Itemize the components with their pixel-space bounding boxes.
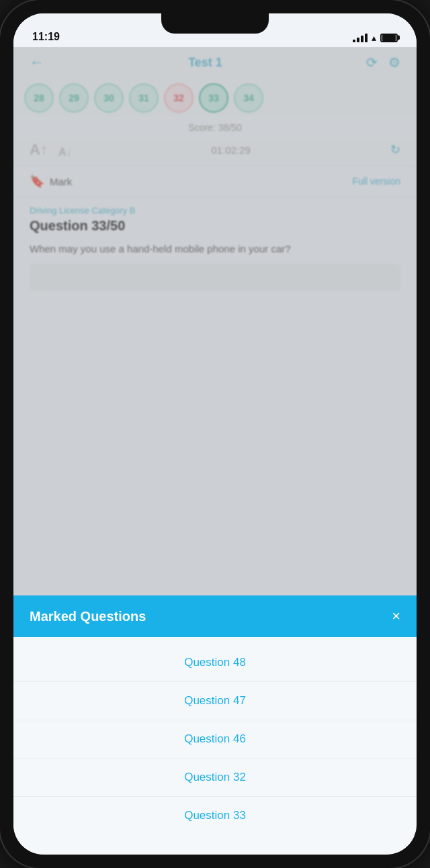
modal-title: Marked Questions <box>30 609 146 624</box>
marked-question-item-2[interactable]: Question 47 <box>13 682 417 720</box>
main-content: ← Test 1 ⟳ ⚙ 28 29 30 <box>13 47 417 855</box>
notch <box>161 13 269 34</box>
marked-question-item-1[interactable]: Question 48 <box>13 644 417 682</box>
modal-header: Marked Questions × <box>13 595 417 637</box>
modal-close-button[interactable]: × <box>392 608 400 625</box>
marked-question-item-3[interactable]: Question 46 <box>13 720 417 759</box>
status-icons: ▴ <box>353 32 398 43</box>
battery-icon <box>380 34 398 42</box>
signal-icon <box>353 34 368 42</box>
modal-overlay: Marked Questions × Question 48 Question … <box>13 47 417 855</box>
status-time: 11:19 <box>32 31 60 43</box>
phone-frame: 11:19 ▴ <box>0 0 430 868</box>
phone-screen: 11:19 ▴ <box>13 13 417 855</box>
modal-body: Question 48 Question 47 Question 46 Ques… <box>13 637 417 855</box>
modal-panel: Marked Questions × Question 48 Question … <box>13 595 417 855</box>
marked-question-item-4[interactable]: Question 32 <box>13 759 417 797</box>
marked-question-item-5[interactable]: Question 33 <box>13 797 417 834</box>
wifi-icon: ▴ <box>372 32 376 43</box>
